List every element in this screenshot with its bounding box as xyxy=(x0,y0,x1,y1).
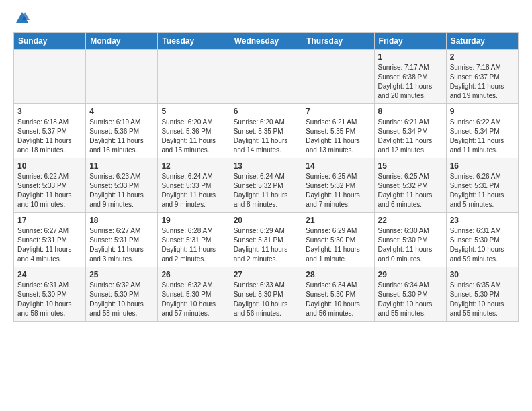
calendar-cell: 28Sunrise: 6:34 AMSunset: 5:30 PMDayligh… xyxy=(302,267,374,322)
weekday-header: Tuesday xyxy=(158,33,230,50)
calendar-cell: 13Sunrise: 6:24 AMSunset: 5:32 PMDayligh… xyxy=(230,158,302,213)
calendar-header-row: SundayMondayTuesdayWednesdayThursdayFrid… xyxy=(14,33,519,50)
calendar-cell: 25Sunrise: 6:32 AMSunset: 5:30 PMDayligh… xyxy=(86,267,158,322)
calendar-cell: 3Sunrise: 6:18 AMSunset: 5:37 PMDaylight… xyxy=(14,104,86,158)
day-info: Sunrise: 7:17 AMSunset: 6:38 PMDaylight:… xyxy=(378,64,433,99)
day-number: 18 xyxy=(89,216,154,225)
day-number: 26 xyxy=(161,270,226,279)
calendar-cell: 19Sunrise: 6:28 AMSunset: 5:31 PMDayligh… xyxy=(158,213,230,267)
calendar-week-row: 1Sunrise: 7:17 AMSunset: 6:38 PMDaylight… xyxy=(14,50,519,104)
day-info: Sunrise: 6:21 AMSunset: 5:35 PMDaylight:… xyxy=(306,118,360,154)
day-number: 19 xyxy=(161,216,226,225)
day-number: 6 xyxy=(234,107,299,116)
day-info: Sunrise: 6:18 AMSunset: 5:37 PMDaylight:… xyxy=(17,118,72,154)
day-info: Sunrise: 6:34 AMSunset: 5:30 PMDaylight:… xyxy=(306,281,360,317)
day-info: Sunrise: 6:23 AMSunset: 5:33 PMDaylight:… xyxy=(89,173,144,208)
calendar-week-row: 3Sunrise: 6:18 AMSunset: 5:37 PMDaylight… xyxy=(14,104,519,158)
calendar-cell: 11Sunrise: 6:23 AMSunset: 5:33 PMDayligh… xyxy=(86,158,158,213)
day-number: 8 xyxy=(378,107,443,116)
day-info: Sunrise: 6:25 AMSunset: 5:32 PMDaylight:… xyxy=(306,173,360,208)
page-header xyxy=(13,11,519,26)
day-number: 25 xyxy=(89,270,154,279)
calendar-cell: 7Sunrise: 6:21 AMSunset: 5:35 PMDaylight… xyxy=(302,104,374,158)
weekday-header: Monday xyxy=(86,33,158,50)
day-info: Sunrise: 6:30 AMSunset: 5:30 PMDaylight:… xyxy=(378,227,433,263)
logo-icon xyxy=(15,11,30,26)
day-number: 14 xyxy=(306,161,370,171)
day-info: Sunrise: 6:35 AMSunset: 5:30 PMDaylight:… xyxy=(450,281,504,317)
calendar-table: SundayMondayTuesdayWednesdayThursdayFrid… xyxy=(13,32,519,322)
day-info: Sunrise: 6:29 AMSunset: 5:31 PMDaylight:… xyxy=(234,227,288,263)
day-info: Sunrise: 6:32 AMSunset: 5:30 PMDaylight:… xyxy=(89,281,144,317)
calendar-cell xyxy=(14,50,86,104)
calendar-cell: 30Sunrise: 6:35 AMSunset: 5:30 PMDayligh… xyxy=(446,267,518,322)
day-number: 30 xyxy=(450,270,515,279)
calendar-cell: 23Sunrise: 6:31 AMSunset: 5:30 PMDayligh… xyxy=(446,213,518,267)
calendar-cell: 8Sunrise: 6:21 AMSunset: 5:34 PMDaylight… xyxy=(374,104,446,158)
calendar-cell: 10Sunrise: 6:22 AMSunset: 5:33 PMDayligh… xyxy=(14,158,86,213)
day-info: Sunrise: 6:31 AMSunset: 5:30 PMDaylight:… xyxy=(450,227,504,263)
calendar-cell: 14Sunrise: 6:25 AMSunset: 5:32 PMDayligh… xyxy=(302,158,374,213)
day-number: 24 xyxy=(17,270,82,279)
calendar-cell: 18Sunrise: 6:27 AMSunset: 5:31 PMDayligh… xyxy=(86,213,158,267)
day-info: Sunrise: 6:34 AMSunset: 5:30 PMDaylight:… xyxy=(378,281,433,317)
day-number: 5 xyxy=(161,107,226,116)
day-number: 28 xyxy=(306,270,370,279)
weekday-header: Wednesday xyxy=(230,33,302,50)
calendar-cell: 22Sunrise: 6:30 AMSunset: 5:30 PMDayligh… xyxy=(374,213,446,267)
day-info: Sunrise: 6:24 AMSunset: 5:33 PMDaylight:… xyxy=(161,173,216,208)
calendar-cell: 12Sunrise: 6:24 AMSunset: 5:33 PMDayligh… xyxy=(158,158,230,213)
day-info: Sunrise: 6:24 AMSunset: 5:32 PMDaylight:… xyxy=(234,173,288,208)
day-number: 16 xyxy=(450,161,515,171)
weekday-header: Saturday xyxy=(446,33,518,50)
calendar-cell: 16Sunrise: 6:26 AMSunset: 5:31 PMDayligh… xyxy=(446,158,518,213)
calendar-cell: 4Sunrise: 6:19 AMSunset: 5:36 PMDaylight… xyxy=(86,104,158,158)
day-info: Sunrise: 6:27 AMSunset: 5:31 PMDaylight:… xyxy=(89,227,144,263)
calendar-cell: 2Sunrise: 7:18 AMSunset: 6:37 PMDaylight… xyxy=(446,50,518,104)
calendar-cell xyxy=(230,50,302,104)
calendar-cell xyxy=(302,50,374,104)
day-number: 7 xyxy=(306,107,370,116)
day-number: 3 xyxy=(17,107,82,116)
calendar-cell: 6Sunrise: 6:20 AMSunset: 5:35 PMDaylight… xyxy=(230,104,302,158)
day-info: Sunrise: 6:19 AMSunset: 5:36 PMDaylight:… xyxy=(89,118,144,154)
day-number: 27 xyxy=(234,270,299,279)
day-info: Sunrise: 6:22 AMSunset: 5:34 PMDaylight:… xyxy=(450,118,504,154)
calendar-cell: 20Sunrise: 6:29 AMSunset: 5:31 PMDayligh… xyxy=(230,213,302,267)
day-number: 4 xyxy=(89,107,154,116)
day-info: Sunrise: 6:29 AMSunset: 5:30 PMDaylight:… xyxy=(306,227,360,263)
calendar-cell: 9Sunrise: 6:22 AMSunset: 5:34 PMDaylight… xyxy=(446,104,518,158)
calendar-cell: 29Sunrise: 6:34 AMSunset: 5:30 PMDayligh… xyxy=(374,267,446,322)
day-info: Sunrise: 6:21 AMSunset: 5:34 PMDaylight:… xyxy=(378,118,433,154)
day-number: 17 xyxy=(17,216,82,225)
day-number: 12 xyxy=(161,161,226,171)
calendar-cell: 1Sunrise: 7:17 AMSunset: 6:38 PMDaylight… xyxy=(374,50,446,104)
day-number: 23 xyxy=(450,216,515,225)
day-info: Sunrise: 6:25 AMSunset: 5:32 PMDaylight:… xyxy=(378,173,433,208)
calendar-cell xyxy=(86,50,158,104)
weekday-header: Thursday xyxy=(302,33,374,50)
day-info: Sunrise: 6:33 AMSunset: 5:30 PMDaylight:… xyxy=(234,281,288,317)
calendar-cell: 24Sunrise: 6:31 AMSunset: 5:30 PMDayligh… xyxy=(14,267,86,322)
day-number: 2 xyxy=(450,52,515,62)
day-info: Sunrise: 6:27 AMSunset: 5:31 PMDaylight:… xyxy=(17,227,72,263)
calendar-week-row: 24Sunrise: 6:31 AMSunset: 5:30 PMDayligh… xyxy=(14,267,519,322)
day-info: Sunrise: 7:18 AMSunset: 6:37 PMDaylight:… xyxy=(450,64,504,99)
day-number: 15 xyxy=(378,161,443,171)
day-number: 9 xyxy=(450,107,515,116)
calendar-cell: 27Sunrise: 6:33 AMSunset: 5:30 PMDayligh… xyxy=(230,267,302,322)
calendar-cell: 15Sunrise: 6:25 AMSunset: 5:32 PMDayligh… xyxy=(374,158,446,213)
day-info: Sunrise: 6:31 AMSunset: 5:30 PMDaylight:… xyxy=(17,281,72,317)
day-info: Sunrise: 6:20 AMSunset: 5:36 PMDaylight:… xyxy=(161,118,216,154)
calendar-week-row: 10Sunrise: 6:22 AMSunset: 5:33 PMDayligh… xyxy=(14,158,519,213)
day-number: 22 xyxy=(378,216,443,225)
calendar-cell xyxy=(158,50,230,104)
day-info: Sunrise: 6:26 AMSunset: 5:31 PMDaylight:… xyxy=(450,173,504,208)
calendar-week-row: 17Sunrise: 6:27 AMSunset: 5:31 PMDayligh… xyxy=(14,213,519,267)
day-number: 1 xyxy=(378,52,443,62)
day-number: 21 xyxy=(306,216,370,225)
calendar-cell: 5Sunrise: 6:20 AMSunset: 5:36 PMDaylight… xyxy=(158,104,230,158)
day-number: 20 xyxy=(234,216,299,225)
day-number: 11 xyxy=(89,161,154,171)
calendar-cell: 17Sunrise: 6:27 AMSunset: 5:31 PMDayligh… xyxy=(14,213,86,267)
